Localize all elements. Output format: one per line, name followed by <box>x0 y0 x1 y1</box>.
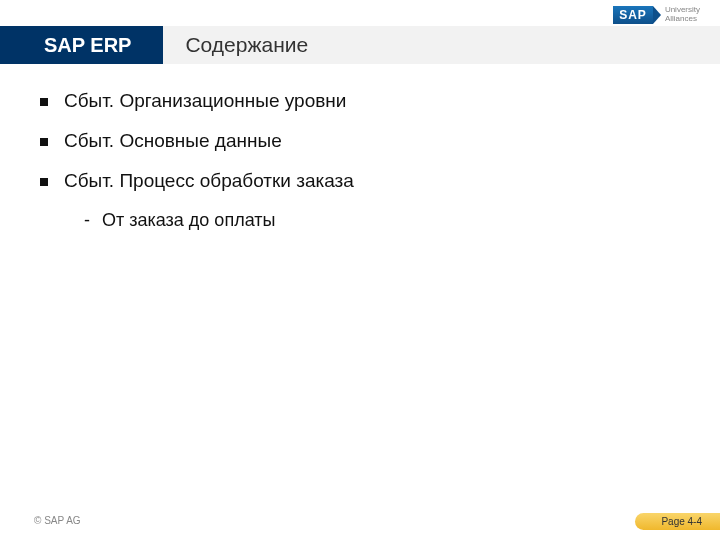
title-bar: SAP ERP Содержание <box>0 26 720 64</box>
content-area: Сбыт. Организационные уровни Сбыт. Основ… <box>40 90 680 231</box>
bullet-icon <box>40 178 48 186</box>
sap-logo: SAP <box>613 6 653 24</box>
list-item: Сбыт. Процесс обработки заказа <box>40 170 680 192</box>
bullet-icon <box>40 98 48 106</box>
bullet-text: Сбыт. Процесс обработки заказа <box>64 170 354 192</box>
sub-bullet-text: От заказа до оплаты <box>102 210 275 231</box>
header-logo-area: SAP University Alliances <box>613 6 700 24</box>
list-item: Сбыт. Основные данные <box>40 130 680 152</box>
footer-page-number: Page 4-4 <box>635 513 720 530</box>
title-badge: SAP ERP <box>0 26 163 64</box>
bullet-text: Сбыт. Основные данные <box>64 130 282 152</box>
footer-copyright: © SAP AG <box>34 515 81 526</box>
slide: SAP University Alliances SAP ERP Содержа… <box>0 0 720 540</box>
page-title: Содержание <box>185 33 308 57</box>
sub-list-item: - От заказа до оплаты <box>84 210 680 231</box>
bullet-icon <box>40 138 48 146</box>
logo-subtitle: University Alliances <box>665 6 700 24</box>
list-item: Сбыт. Организационные уровни <box>40 90 680 112</box>
bullet-text: Сбыт. Организационные уровни <box>64 90 346 112</box>
dash-icon: - <box>84 210 90 231</box>
